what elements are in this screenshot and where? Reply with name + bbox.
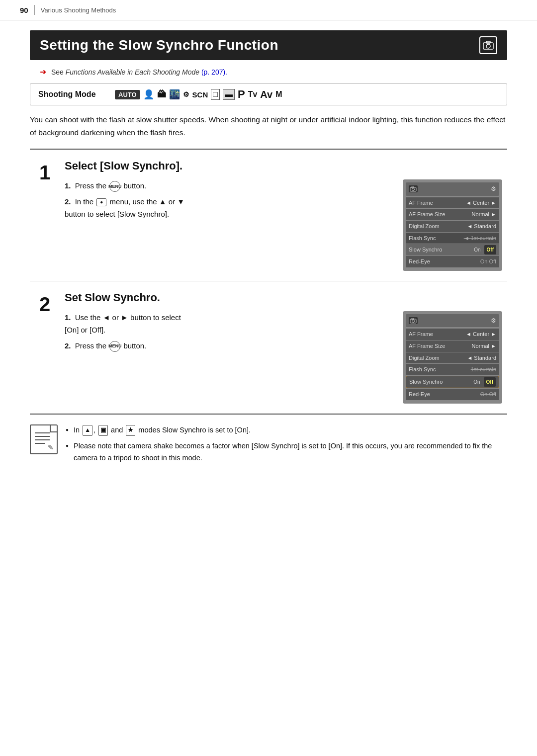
lcd-camera-icon bbox=[409, 185, 418, 192]
lcd-settings-icon-2: ⚙ bbox=[491, 316, 496, 326]
lcd-row-digital-zoom-2: Digital Zoom ◄ Standard bbox=[406, 352, 499, 364]
step-1-number: 1 bbox=[30, 160, 60, 271]
lcd-settings-icon: ⚙ bbox=[491, 184, 496, 194]
menu-button-icon-2: MENU bbox=[109, 341, 120, 352]
lcd-top-bar-1: ⚙ bbox=[406, 182, 499, 195]
mode-auto: AUTO bbox=[115, 90, 140, 99]
lcd-on-btn: On bbox=[471, 245, 483, 254]
lcd-row-flash-sync: Flash Sync ◄ 1st-curtain bbox=[406, 233, 499, 244]
notes-text: In ▲, ▣ and ★ modes Slow Synchro is set … bbox=[66, 424, 507, 468]
mode-kids: ⚙ bbox=[183, 90, 189, 98]
lcd-on-off-2: On Off bbox=[471, 377, 496, 387]
lcd-row-af-size-2: AF Frame Size Normal ► bbox=[406, 340, 499, 352]
step-1-li-2: In the ● menu, use the ▲ or ▼button to s… bbox=[65, 195, 388, 221]
note-line-1 bbox=[35, 432, 50, 433]
note-line-3 bbox=[35, 439, 50, 440]
lcd-row-slow-synchro-1: Slow Synchro On Off bbox=[406, 244, 499, 255]
step-1-li-1: Press the MENU button. bbox=[65, 179, 388, 192]
step-1-content: Select [Slow Synchro]. Press the MENU bu… bbox=[60, 160, 502, 271]
lcd-row-flash-sync-2: Flash Sync 1st-curtain bbox=[406, 364, 499, 375]
step-1: 1 Select [Slow Synchro]. Press the MENU … bbox=[30, 150, 507, 281]
step-1-text: Press the MENU button. In the ● menu, us… bbox=[65, 179, 388, 224]
lcd-camera-icon-2 bbox=[409, 317, 418, 324]
mode-stitch: ▬ bbox=[223, 89, 235, 100]
lcd-row-af-frame-2: AF Frame ◄ Center ► bbox=[406, 329, 499, 340]
svg-point-1 bbox=[486, 44, 490, 48]
mode-portrait: 👤 bbox=[143, 89, 154, 100]
lcd-row-af-frame: AF Frame ◄ Center ► bbox=[406, 197, 499, 209]
notes-section: ✎ In ▲, ▣ and ★ modes Slow Synchro is se… bbox=[30, 415, 507, 473]
section-label: Various Shooting Methods bbox=[41, 6, 116, 14]
shooting-mode-row: Shooting Mode AUTO 👤 🏔 🌃 ⚙ SCN □ ▬ P Tv … bbox=[30, 84, 507, 105]
step-1-title: Select [Slow Synchro]. bbox=[65, 160, 502, 172]
note-item-1: In ▲, ▣ and ★ modes Slow Synchro is set … bbox=[66, 424, 507, 436]
mode-scn: SCN bbox=[192, 90, 208, 99]
page-link[interactable]: (p. 207). bbox=[201, 68, 227, 76]
lcd-row-redeye: Red-Eye On Off bbox=[406, 256, 499, 267]
page-header: 90 Various Shooting Methods bbox=[0, 0, 537, 20]
note-line-2 bbox=[35, 436, 50, 437]
lcd-off-btn: Off bbox=[484, 245, 496, 254]
step-2-title: Set Slow Synchro. bbox=[65, 291, 502, 304]
lcd-on-btn-2: On bbox=[471, 377, 482, 387]
step-2-li-1: Use the ◄ or ► button to select[On] or [… bbox=[65, 311, 388, 336]
note-lines bbox=[35, 432, 50, 444]
mode-movie: □ bbox=[211, 89, 220, 100]
svg-point-4 bbox=[412, 188, 415, 190]
mode-landscape: 🏔 bbox=[157, 89, 166, 100]
arrow-icon: ➜ bbox=[40, 68, 46, 76]
notes-icon: ✎ bbox=[30, 424, 58, 454]
mode-tv: Tv bbox=[248, 90, 258, 99]
lcd-row-slow-synchro-2: Slow Synchro On Off bbox=[406, 376, 499, 388]
lcd-row-digital-zoom: Digital Zoom ◄ Standard bbox=[406, 221, 499, 232]
note-item-2: Please note that camera shake becomes a … bbox=[66, 440, 507, 464]
page-number: 90 bbox=[20, 6, 28, 14]
mode-m: M bbox=[275, 90, 282, 99]
note-line-4 bbox=[35, 443, 45, 444]
lcd-off-btn-2: Off bbox=[484, 377, 496, 387]
lcd-on-off-1: On Off bbox=[471, 245, 496, 254]
lcd-top-bar-2: ⚙ bbox=[406, 314, 499, 327]
note-mode-1: ▲ bbox=[83, 425, 92, 436]
steps-container: 1 Select [Slow Synchro]. Press the MENU … bbox=[30, 149, 507, 415]
menu-button-icon: MENU bbox=[109, 181, 120, 192]
step-2-li-2: Press the MENU button. bbox=[65, 339, 388, 352]
mode-p: P bbox=[238, 88, 245, 101]
camera-icon bbox=[479, 36, 497, 54]
title-bar: Setting the Slow Synchro Function bbox=[30, 30, 507, 60]
mode-av: Av bbox=[260, 89, 272, 100]
pencil-icon: ✎ bbox=[48, 443, 54, 451]
svg-rect-2 bbox=[486, 41, 490, 43]
step-2-content: Set Slow Synchro. Use the ◄ or ► button … bbox=[60, 291, 502, 404]
camera-svg bbox=[483, 41, 494, 50]
step-2-number: 2 bbox=[30, 291, 60, 404]
step1-menu-text: In the ● menu, use the ▲ or ▼button to s… bbox=[65, 197, 184, 219]
note-mode-3: ★ bbox=[126, 425, 135, 436]
step-2-instructions: Use the ◄ or ► button to select[On] or [… bbox=[65, 311, 502, 404]
mode-night: 🌃 bbox=[169, 89, 180, 100]
lcd-row-af-size: AF Frame Size Normal ► bbox=[406, 209, 499, 220]
step1-press-text: Press the MENU button. bbox=[75, 181, 147, 190]
step-2-text: Use the ◄ or ► button to select[On] or [… bbox=[65, 311, 388, 355]
lcd-menu-step2: ⚙ AF Frame ◄ Center ► AF Frame Size Norm… bbox=[403, 311, 502, 404]
see-text: See Functions Available in Each Shooting… bbox=[51, 68, 227, 76]
body-text: You can shoot with the flash at slow shu… bbox=[30, 113, 507, 139]
shooting-modes: AUTO 👤 🏔 🌃 ⚙ SCN □ ▬ P Tv Av M bbox=[115, 88, 282, 101]
page-title: Setting the Slow Synchro Function bbox=[40, 37, 479, 53]
lcd-menu-step1: ⚙ AF Frame ◄ Center ► AF Frame Size Norm… bbox=[403, 179, 502, 271]
step-2: 2 Set Slow Synchro. Use the ◄ or ► butto… bbox=[30, 281, 507, 414]
camera-menu-icon: ● bbox=[96, 198, 106, 206]
svg-point-7 bbox=[412, 320, 415, 322]
shooting-mode-label: Shooting Mode bbox=[38, 90, 103, 99]
lcd-row-redeye-2: Red-Eye On Off bbox=[406, 389, 499, 400]
see-line: ➜ See Functions Available in Each Shooti… bbox=[30, 67, 507, 77]
step-1-instructions: Press the MENU button. In the ● menu, us… bbox=[65, 179, 502, 271]
note-mode-2: ▣ bbox=[98, 425, 108, 436]
main-content: Setting the Slow Synchro Function ➜ See … bbox=[0, 20, 537, 493]
dog-ear bbox=[50, 425, 57, 432]
header-divider bbox=[34, 5, 35, 15]
